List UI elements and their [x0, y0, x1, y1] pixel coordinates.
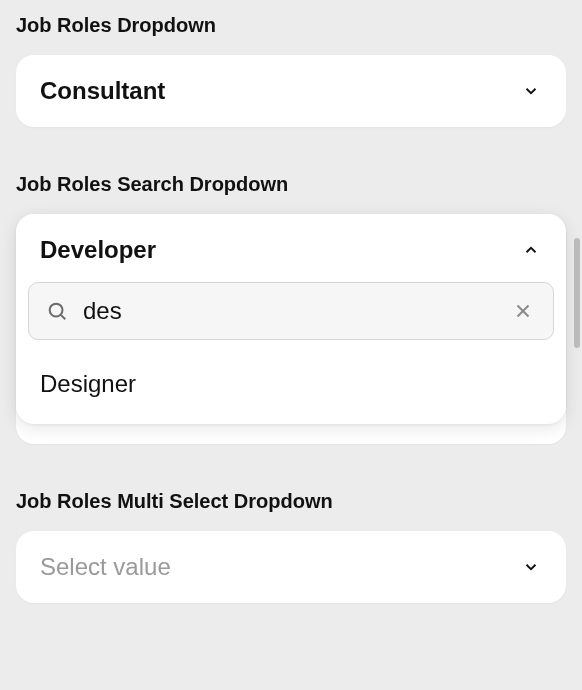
svg-line-1 [61, 315, 65, 319]
chevron-down-icon [520, 80, 542, 102]
search-option-designer[interactable]: Designer [16, 358, 566, 410]
chevron-up-icon [520, 239, 542, 261]
dropdown-search-header[interactable]: Developer [16, 214, 566, 282]
dropdown-multi-placeholder: Select value [40, 553, 171, 581]
section-job-roles-dropdown: Job Roles Dropdown Consultant [16, 14, 566, 127]
dropdown-multi[interactable]: Select value [16, 531, 566, 603]
section-label-search: Job Roles Search Dropdown [16, 173, 566, 196]
clear-search-button[interactable] [509, 297, 537, 325]
dropdown-simple-card: Consultant [16, 55, 566, 127]
scrollbar-thumb[interactable] [574, 238, 580, 348]
svg-point-0 [50, 304, 63, 317]
section-label-simple: Job Roles Dropdown [16, 14, 566, 37]
search-option-list: Designer [16, 340, 566, 420]
section-job-roles-multi-select-dropdown: Job Roles Multi Select Dropdown Select v… [16, 490, 566, 603]
dropdown-multi-card: Select value [16, 531, 566, 603]
dropdown-search-value: Developer [40, 236, 156, 264]
search-box [28, 282, 554, 340]
search-input[interactable] [83, 297, 495, 325]
search-icon [45, 299, 69, 323]
scrollbar[interactable] [574, 238, 580, 448]
dropdown-search-panel: Developer [16, 214, 566, 424]
chevron-down-icon [520, 556, 542, 578]
dropdown-simple-value: Consultant [40, 77, 165, 105]
section-label-multi: Job Roles Multi Select Dropdown [16, 490, 566, 513]
section-job-roles-search-dropdown: Job Roles Search Dropdown Search job rol… [16, 173, 566, 444]
dropdown-simple[interactable]: Consultant [16, 55, 566, 127]
